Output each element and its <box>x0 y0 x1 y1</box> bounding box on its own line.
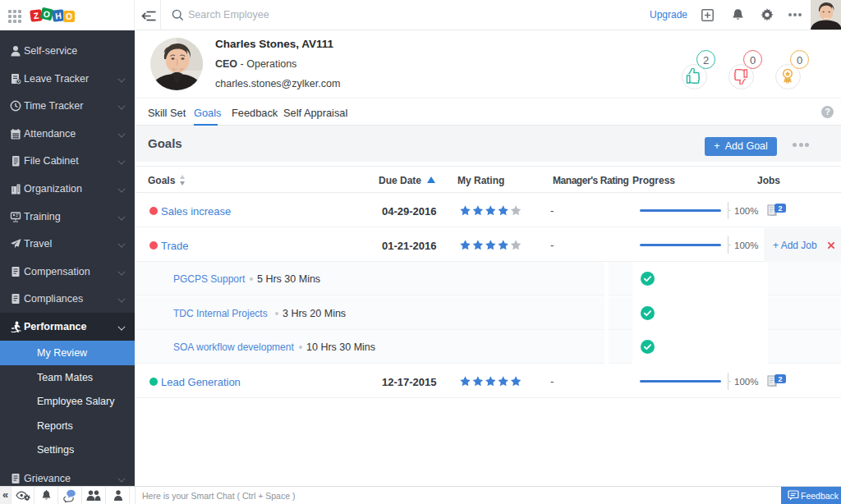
svg-text:2: 2 <box>778 204 782 213</box>
svg-text:2: 2 <box>778 374 782 383</box>
